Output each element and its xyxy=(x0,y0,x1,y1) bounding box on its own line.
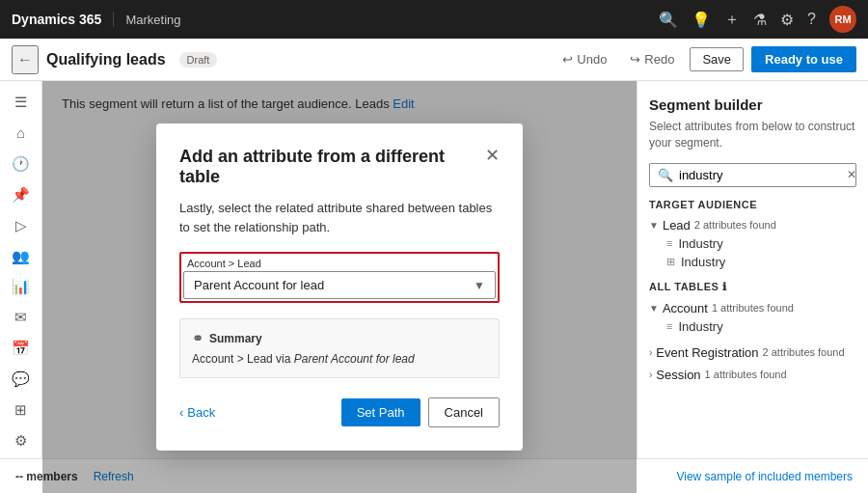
modal-overlay: Add an attribute from a different table … xyxy=(42,81,637,493)
ready-to-use-button[interactable]: Ready to use xyxy=(751,46,856,72)
relationship-dropdown-container: Account > Lead Parent Account for lead ▼ xyxy=(179,252,500,303)
all-tables-divider: All tables ℹ xyxy=(649,281,856,293)
lead-industry-grid-item[interactable]: ⊞ Industry xyxy=(649,253,856,271)
cancel-button[interactable]: Cancel xyxy=(428,397,500,427)
grid-field-icon: ⊞ xyxy=(666,256,675,268)
session-chevron-icon: › xyxy=(649,370,652,380)
text-field-icon: ≡ xyxy=(666,237,672,249)
main-layout: ☰ ⌂ 🕐 📌 ▷ 👥 📊 ✉ 📅 💬 ⊞ ⚙ ⋯ This segment w… xyxy=(0,81,868,493)
filter-icon[interactable]: ⚗ xyxy=(753,11,767,29)
lead-industry-text-label: Industry xyxy=(678,236,722,251)
account-industry-icon: ≡ xyxy=(666,320,672,332)
summary-header: ⚭ Summary xyxy=(192,331,487,346)
set-path-button[interactable]: Set Path xyxy=(341,398,420,426)
search-icon[interactable]: 🔍 xyxy=(659,11,678,29)
modal-header: Add an attribute from a different table … xyxy=(179,147,500,187)
account-chevron-icon: ▼ xyxy=(649,303,659,314)
lead-count: 2 attributes found xyxy=(694,219,776,231)
info-icon: ℹ xyxy=(722,281,727,293)
summary-icon: ⚭ xyxy=(192,331,203,346)
help-icon[interactable]: ? xyxy=(807,11,816,28)
relationship-dropdown[interactable]: Parent Account for lead ▼ xyxy=(183,271,496,299)
segment-builder-title: Segment builder xyxy=(649,96,856,113)
lead-section-label: Lead xyxy=(663,218,691,233)
modal-dialog: Add an attribute from a different table … xyxy=(156,123,523,451)
lead-section: ▼ Lead 2 attributes found ≡ Industry ⊞ I… xyxy=(649,216,856,271)
target-audience-label: Target audience xyxy=(649,199,856,210)
session-section-header[interactable]: › Session 1 attributes found xyxy=(649,366,856,384)
top-nav-icons: 🔍 💡 ＋ ⚗ ⚙ ? RM xyxy=(659,6,856,33)
secondary-nav: ← Qualifying leads Draft ↩ Undo ↪ Redo S… xyxy=(0,39,868,81)
lightbulb-icon[interactable]: 💡 xyxy=(692,11,711,29)
brand-name: Dynamics 365 xyxy=(12,12,114,27)
plus-icon[interactable]: ＋ xyxy=(724,10,740,30)
sidebar-table-icon[interactable]: ⊞ xyxy=(6,397,37,424)
summary-content: Account > Lead via Parent Account for le… xyxy=(192,352,487,366)
page-title: Qualifying leads xyxy=(46,51,166,68)
sidebar-menu-icon[interactable]: ☰ xyxy=(6,89,37,116)
lead-industry-text-item[interactable]: ≡ Industry xyxy=(649,234,856,253)
dropdown-section-label: Account > Lead xyxy=(183,256,496,271)
undo-icon: ↩ xyxy=(562,52,573,67)
modal-footer: ‹ Back Set Path Cancel xyxy=(179,397,500,427)
segment-builder-desc: Select attributes from below to construc… xyxy=(649,119,856,151)
dropdown-chevron-icon: ▼ xyxy=(474,279,485,292)
session-count: 1 attributes found xyxy=(705,369,787,380)
session-section: › Session 1 attributes found xyxy=(649,366,856,384)
modal-title: Add an attribute from a different table xyxy=(179,147,485,187)
lead-industry-grid-label: Industry xyxy=(681,255,725,269)
undo-button[interactable]: ↩ Undo xyxy=(555,48,614,70)
event-section-header[interactable]: › Event Registration 2 attributes found xyxy=(649,343,856,362)
event-chevron-icon: › xyxy=(649,347,652,358)
account-industry-label: Industry xyxy=(678,319,722,334)
search-clear-icon[interactable]: ✕ xyxy=(847,168,856,181)
account-industry-item[interactable]: ≡ Industry xyxy=(649,317,856,336)
attribute-search-input[interactable] xyxy=(679,168,841,182)
lead-chevron-icon: ▼ xyxy=(649,220,659,231)
attribute-search-box[interactable]: 🔍 ✕ xyxy=(649,163,856,187)
modal-close-button[interactable]: ✕ xyxy=(485,147,500,164)
draft-badge: Draft xyxy=(179,52,218,68)
summary-title: Summary xyxy=(209,332,262,345)
back-chevron-icon: ‹ xyxy=(179,405,183,420)
event-section: › Event Registration 2 attributes found xyxy=(649,343,856,362)
sidebar-calendar-icon[interactable]: 📅 xyxy=(6,335,37,362)
sidebar-home-icon[interactable]: ⌂ xyxy=(6,120,37,147)
dropdown-selected-value: Parent Account for lead xyxy=(194,278,324,292)
right-panel: Segment builder Select attributes from b… xyxy=(637,81,868,493)
sidebar-chart-icon[interactable]: 📊 xyxy=(6,274,37,301)
sidebar-play-icon[interactable]: ▷ xyxy=(6,212,37,239)
sidebar-chat-icon[interactable]: 💬 xyxy=(6,366,37,393)
account-count: 1 attributes found xyxy=(712,302,794,314)
account-section-label: Account xyxy=(663,301,708,315)
content-area: This segment will return a list of the t… xyxy=(42,81,637,493)
redo-button[interactable]: ↪ Redo xyxy=(622,48,682,70)
sidebar-mail-icon[interactable]: ✉ xyxy=(6,304,37,331)
account-section-header[interactable]: ▼ Account 1 attributes found xyxy=(649,299,856,317)
redo-icon: ↪ xyxy=(630,52,640,67)
app-name: Marketing xyxy=(114,13,180,27)
top-nav: Dynamics 365 Marketing 🔍 💡 ＋ ⚗ ⚙ ? RM xyxy=(0,0,868,39)
search-box-icon: 🔍 xyxy=(658,168,673,182)
lead-section-header[interactable]: ▼ Lead 2 attributes found xyxy=(649,216,856,234)
settings-icon[interactable]: ⚙ xyxy=(780,11,794,29)
sidebar-people-icon[interactable]: 👥 xyxy=(6,243,37,270)
modal-description: Lastly, select the related attribute sha… xyxy=(179,199,500,236)
save-button[interactable]: Save xyxy=(690,47,744,71)
account-section: ▼ Account 1 attributes found ≡ Industry xyxy=(649,299,856,336)
view-sample-link[interactable]: View sample of included members xyxy=(676,470,853,483)
event-count: 2 attributes found xyxy=(763,346,845,358)
session-section-label: Session xyxy=(656,368,700,382)
back-button[interactable]: ← xyxy=(12,45,39,74)
avatar[interactable]: RM xyxy=(829,6,856,33)
sidebar-pin-icon[interactable]: 📌 xyxy=(6,181,37,208)
back-button-modal[interactable]: ‹ Back xyxy=(179,405,215,420)
summary-box: ⚭ Summary Account > Lead via Parent Acco… xyxy=(179,318,500,378)
left-sidebar: ☰ ⌂ 🕐 📌 ▷ 👥 📊 ✉ 📅 💬 ⊞ ⚙ ⋯ xyxy=(0,81,42,493)
nav-actions: ↩ Undo ↪ Redo Save Ready to use xyxy=(555,46,856,72)
sidebar-recent-icon[interactable]: 🕐 xyxy=(6,151,37,178)
event-section-label: Event Registration xyxy=(656,345,758,360)
sidebar-settings2-icon[interactable]: ⚙ xyxy=(6,427,37,454)
